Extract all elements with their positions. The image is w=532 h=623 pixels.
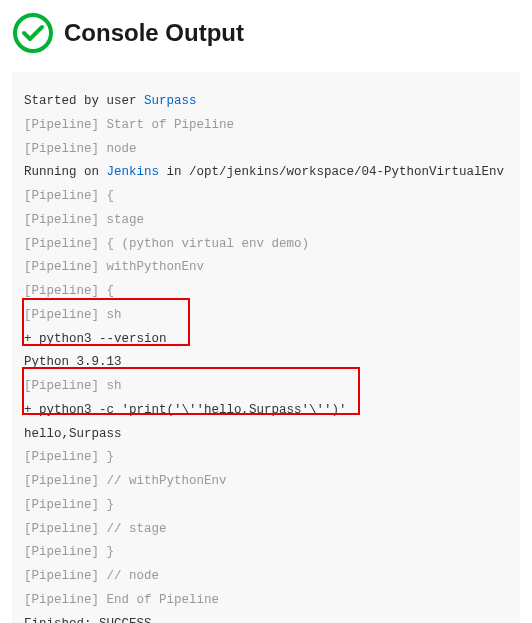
user-link[interactable]: Surpass	[144, 94, 197, 108]
console-line: Python 3.9.13	[24, 351, 508, 375]
text: Started by user	[24, 94, 144, 108]
console-line: [Pipeline] }	[24, 494, 508, 518]
console-line: [Pipeline] Start of Pipeline	[24, 114, 508, 138]
console-line: Started by user Surpass	[24, 90, 508, 114]
console-line: + python3 -c 'print('\''hello,Surpass'\'…	[24, 399, 508, 423]
page-title: Console Output	[64, 19, 244, 47]
page-header: Console Output	[12, 12, 520, 54]
node-link[interactable]: Jenkins	[107, 165, 160, 179]
console-line: [Pipeline] End of Pipeline	[24, 589, 508, 613]
svg-point-0	[15, 15, 51, 51]
console-line: [Pipeline] // withPythonEnv	[24, 470, 508, 494]
console-line: [Pipeline] sh	[24, 304, 508, 328]
console-output: Started by user Surpass [Pipeline] Start…	[12, 72, 520, 623]
console-line: Running on Jenkins in /opt/jenkins/works…	[24, 161, 508, 185]
text: Running on	[24, 165, 107, 179]
console-line: [Pipeline] // node	[24, 565, 508, 589]
console-line: [Pipeline] stage	[24, 209, 508, 233]
console-line: [Pipeline] { (python virtual env demo)	[24, 233, 508, 257]
console-line: hello,Surpass	[24, 423, 508, 447]
text: in /opt/jenkins/workspace/04-PythonVirtu…	[159, 165, 504, 179]
console-line: [Pipeline] {	[24, 185, 508, 209]
console-line: [Pipeline] {	[24, 280, 508, 304]
console-line: Finished: SUCCESS	[24, 613, 508, 624]
console-line: [Pipeline] sh	[24, 375, 508, 399]
console-line: [Pipeline] }	[24, 446, 508, 470]
console-line: [Pipeline] node	[24, 138, 508, 162]
console-line: + python3 --version	[24, 328, 508, 352]
console-line: [Pipeline] }	[24, 541, 508, 565]
success-icon	[12, 12, 54, 54]
console-line: [Pipeline] // stage	[24, 518, 508, 542]
console-line: [Pipeline] withPythonEnv	[24, 256, 508, 280]
